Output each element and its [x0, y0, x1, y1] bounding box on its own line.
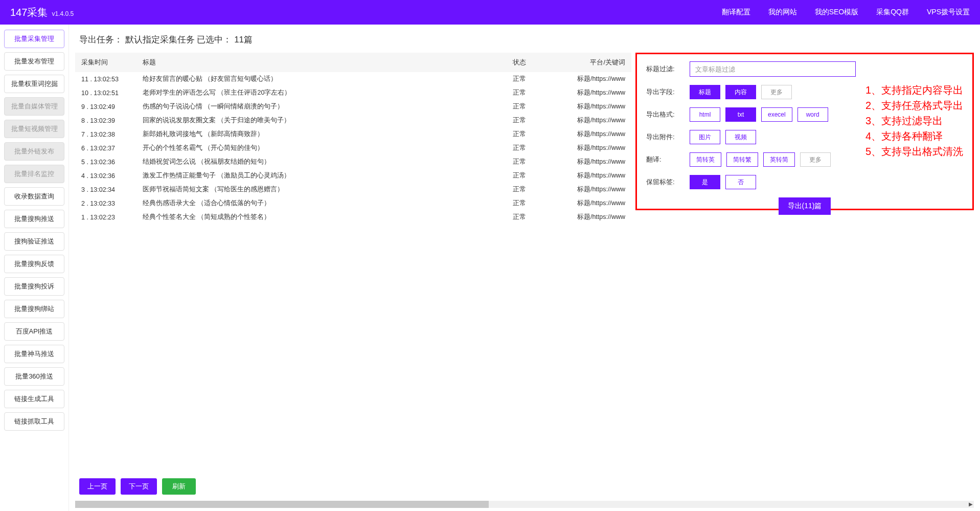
annotation-2: 2、支持任意格式导出 — [865, 98, 963, 113]
sidebar-item-0[interactable]: 批量采集管理 — [4, 30, 64, 48]
sidebar-item-15[interactable]: 批量360推送 — [4, 367, 64, 386]
fields-option-1[interactable]: 内容 — [725, 85, 756, 99]
translate-controls: 简转英简转繁英转简更多 — [690, 152, 831, 167]
cell-time: 8 . 13:02:39 — [81, 117, 143, 124]
scroll-thumb[interactable] — [75, 501, 489, 508]
table-row[interactable]: 3 . 13:02:34医师节祝福语简短文案 （写给医生的感恩赠言）正常标题/h… — [75, 183, 631, 196]
keeptag-option-0[interactable]: 是 — [690, 175, 720, 189]
scroll-arrow-right-icon[interactable]: ▶ — [969, 501, 973, 508]
header: 147采集 v1.4.0.5 翻译配置 我的网站 我的SEO模版 采集QQ群 V… — [0, 0, 980, 25]
cell-platform: 标题/https://www — [574, 88, 625, 97]
sidebar-item-8[interactable]: 批量搜狗推送 — [4, 210, 64, 228]
cell-status: 正常 — [513, 102, 574, 111]
sidebar-item-9[interactable]: 搜狗验证推送 — [4, 232, 64, 251]
cell-platform: 标题/https://www — [574, 199, 625, 208]
table-row[interactable]: 8 . 13:02:39回家的说说发朋友圈文案 （关于归途的唯美句子）正常标题/… — [75, 114, 631, 127]
cell-time: 11 . 13:02:53 — [81, 76, 143, 83]
format-option-2[interactable]: execel — [761, 107, 792, 122]
cell-platform: 标题/https://www — [574, 144, 625, 152]
translate-option-0[interactable]: 简转英 — [690, 152, 721, 167]
sidebar-item-6[interactable]: 批量排名监控 — [4, 165, 64, 183]
translate-label: 翻译: — [646, 155, 690, 164]
nav-translate-config[interactable]: 翻译配置 — [722, 8, 750, 17]
sidebar-item-10[interactable]: 批量搜狗反馈 — [4, 255, 64, 273]
table-row[interactable]: 6 . 13:02:37开心的个性签名霸气 （开心简短的佳句）正常标题/http… — [75, 141, 631, 155]
cell-platform: 标题/https://www — [574, 158, 625, 166]
format-option-1[interactable]: txt — [725, 107, 756, 122]
prev-page-button[interactable]: 上一页 — [79, 478, 116, 495]
title-filter-input[interactable] — [690, 61, 856, 77]
table-header: 采集时间 标题 状态 平台/关键词 — [75, 53, 631, 72]
attach-option-0[interactable]: 图片 — [690, 130, 720, 144]
sidebar-item-14[interactable]: 批量神马推送 — [4, 345, 64, 363]
attach-option-1[interactable]: 视频 — [725, 130, 756, 144]
task-title: 导出任务： 默认指定采集任务 已选中： 11篇 — [69, 25, 980, 53]
sidebar-item-13[interactable]: 百度API推送 — [4, 322, 64, 341]
keeptag-option-1[interactable]: 否 — [725, 175, 756, 189]
sidebar-item-11[interactable]: 批量搜狗投诉 — [4, 277, 64, 296]
cell-status: 正常 — [513, 130, 574, 139]
export-button[interactable]: 导出(11)篇 — [779, 197, 831, 215]
sidebar-item-7[interactable]: 收录数据查询 — [4, 187, 64, 206]
cell-title: 回家的说说发朋友圈文案 （关于归途的唯美句子） — [143, 116, 513, 125]
table-row[interactable]: 11 . 13:02:53给好友留言的暖心贴 （好友留言短句暖心话）正常标题/h… — [75, 72, 631, 86]
format-label: 导出格式: — [646, 110, 690, 119]
sidebar-item-2[interactable]: 批量权重词挖掘 — [4, 75, 64, 93]
nav-qq-group[interactable]: 采集QQ群 — [876, 8, 909, 17]
sidebar-item-17[interactable]: 链接抓取工具 — [4, 412, 64, 431]
attach-controls: 图片视频 — [690, 130, 756, 144]
cell-status: 正常 — [513, 171, 574, 180]
translate-option-1[interactable]: 简转繁 — [726, 152, 758, 167]
table-row[interactable]: 9 . 13:02:49伤感的句子说说心情 （一瞬间情绪崩溃的句子）正常标题/h… — [75, 100, 631, 114]
table-row[interactable]: 5 . 13:02:36结婚祝贺词怎么说 （祝福朋友结婚的短句）正常标题/htt… — [75, 155, 631, 169]
col-header-status: 状态 — [513, 58, 574, 67]
table-row[interactable]: 10 . 13:02:51老师对学生的评语怎么写 （班主任评语20字左右）正常标… — [75, 86, 631, 100]
cell-title: 老师对学生的评语怎么写 （班主任评语20字左右） — [143, 88, 513, 97]
cell-status: 正常 — [513, 185, 574, 194]
translate-option-3[interactable]: 更多 — [800, 152, 831, 167]
table-row[interactable]: 7 . 13:02:38新郎婚礼致词接地气 （新郎高情商致辞）正常标题/http… — [75, 127, 631, 141]
cell-status: 正常 — [513, 199, 574, 208]
nav-my-site[interactable]: 我的网站 — [768, 8, 797, 17]
format-controls: htmltxtexecelword — [690, 107, 828, 122]
cell-status: 正常 — [513, 158, 574, 166]
table-row[interactable]: 1 . 13:02:23经典个性签名大全 （简短成熟的个性签名）正常标题/htt… — [75, 210, 631, 224]
fields-option-0[interactable]: 标题 — [690, 85, 720, 99]
nav-vps-dial[interactable]: VPS拨号设置 — [927, 8, 970, 17]
keeptag-label: 保留标签: — [646, 177, 690, 187]
table-body: 11 . 13:02:53给好友留言的暖心贴 （好友留言短句暖心话）正常标题/h… — [75, 72, 631, 472]
config-panel: 标题过滤: 导出字段: 标题内容更多 导出格式: htmltxtexecelwo… — [635, 53, 974, 210]
cell-time: 5 . 13:02:36 — [81, 159, 143, 166]
translate-option-2[interactable]: 英转简 — [763, 152, 795, 167]
horizontal-scrollbar[interactable]: ▶ — [75, 501, 974, 508]
fields-controls: 标题内容更多 — [690, 85, 792, 99]
cell-time: 9 . 13:02:49 — [81, 103, 143, 110]
cell-status: 正常 — [513, 144, 574, 152]
cell-title: 经典伤感语录大全 （适合心情低落的句子） — [143, 199, 513, 208]
cell-status: 正常 — [513, 88, 574, 97]
cell-status: 正常 — [513, 116, 574, 125]
cell-title: 结婚祝贺词怎么说 （祝福朋友结婚的短句） — [143, 158, 513, 166]
sidebar-item-3[interactable]: 批量自媒体管理 — [4, 97, 64, 116]
cell-platform: 标题/https://www — [574, 75, 625, 83]
cell-title: 伤感的句子说说心情 （一瞬间情绪崩溃的句子） — [143, 102, 513, 111]
refresh-button[interactable]: 刷新 — [162, 478, 196, 495]
fields-option-2[interactable]: 更多 — [761, 85, 792, 99]
cell-title: 给好友留言的暖心贴 （好友留言短句暖心话） — [143, 75, 513, 83]
format-option-3[interactable]: word — [797, 107, 828, 122]
cell-time: 3 . 13:02:34 — [81, 186, 143, 193]
nav-seo-template[interactable]: 我的SEO模版 — [815, 8, 859, 17]
col-header-platform: 平台/关键词 — [574, 58, 625, 67]
cell-time: 6 . 13:02:37 — [81, 145, 143, 152]
sidebar-item-5[interactable]: 批量外链发布 — [4, 142, 64, 161]
table-row[interactable]: 4 . 13:02:36激发工作热情正能量句子 （激励员工的心灵鸡汤）正常标题/… — [75, 169, 631, 183]
format-option-0[interactable]: html — [690, 107, 720, 122]
sidebar-item-1[interactable]: 批量发布管理 — [4, 52, 64, 71]
sidebar-item-4[interactable]: 批量短视频管理 — [4, 120, 64, 138]
sidebar-item-12[interactable]: 批量搜狗绑站 — [4, 300, 64, 318]
table-row[interactable]: 2 . 13:02:33经典伤感语录大全 （适合心情低落的句子）正常标题/htt… — [75, 196, 631, 210]
filter-label: 标题过滤: — [646, 64, 690, 74]
sidebar-item-16[interactable]: 链接生成工具 — [4, 390, 64, 408]
next-page-button[interactable]: 下一页 — [121, 478, 157, 495]
cell-status: 正常 — [513, 75, 574, 83]
